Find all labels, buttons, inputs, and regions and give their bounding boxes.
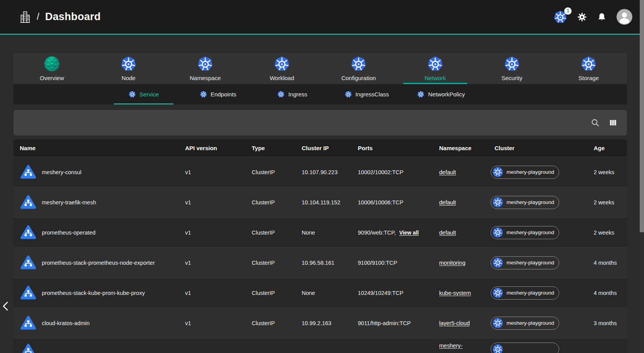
tab-configuration[interactable]: Configuration — [320, 53, 397, 84]
column-header-api-version[interactable]: API version — [185, 145, 252, 151]
kubernetes-icon — [197, 56, 213, 72]
kubernetes-icon — [427, 56, 443, 72]
namespace-link[interactable]: layer5-cloud — [439, 320, 470, 326]
namespace-cell: meshery- — [439, 343, 491, 349]
cluster-ip-cell: 10.107.90.223 — [302, 169, 358, 175]
column-header-cluster[interactable]: Cluster — [491, 145, 594, 151]
service-icon — [20, 343, 37, 353]
table-row[interactable]: meshery-consul v1 ClusterIP 10.107.90.22… — [14, 157, 627, 187]
service-name: meshery-consul — [42, 169, 81, 175]
organization-icon[interactable] — [19, 10, 31, 24]
column-header-cluster-ip[interactable]: Cluster IP — [302, 145, 358, 151]
subtab-service[interactable]: Service — [106, 84, 181, 105]
kubernetes-icon — [345, 91, 352, 98]
ports-value: 9100/9100:TCP — [358, 260, 397, 266]
cluster-chip[interactable]: meshery-playground — [491, 166, 559, 179]
tab-label: Overview — [40, 75, 64, 81]
scrollbar-thumb[interactable] — [640, 0, 644, 232]
column-header-type[interactable]: Type — [252, 145, 302, 151]
ports-cell: 9100/9100:TCP — [358, 260, 439, 266]
cluster-chip[interactable]: meshery-playground — [491, 256, 559, 269]
ports-cell: 10002/10002:TCP — [358, 169, 439, 175]
table-row[interactable]: prometheus-stack-prometheus-node-exporte… — [14, 248, 627, 278]
tab-network[interactable]: Network — [397, 53, 474, 84]
age-cell: 2 weeks — [594, 230, 627, 236]
tab-node[interactable]: Node — [90, 53, 167, 84]
service-name: cloud-kratos-admin — [42, 320, 89, 326]
namespace-cell: layer5-cloud — [439, 320, 491, 326]
scrollbar[interactable] — [640, 0, 644, 353]
cluster-chip-label: meshery-playground — [507, 260, 554, 266]
cluster-chip[interactable]: meshery-playground — [491, 286, 559, 300]
kubernetes-icon — [120, 56, 137, 72]
subtab-networkpolicy[interactable]: NetworkPolicy — [404, 84, 478, 105]
search-button[interactable] — [591, 118, 600, 127]
namespace-link[interactable]: default — [439, 199, 456, 206]
namespace-link[interactable]: monitoring — [439, 260, 465, 266]
type-cell: ClusterIP — [252, 260, 302, 266]
service-name: prometheus-stack-kube-prom-kube-proxy — [42, 290, 145, 296]
service-icon — [20, 224, 37, 241]
kubernetes-icon — [274, 56, 290, 72]
cluster-chip[interactable]: meshery-playground — [491, 196, 559, 209]
settings-button[interactable] — [577, 12, 587, 22]
cluster-cell: meshery-playground — [491, 286, 594, 300]
cluster-ip-cell: None — [302, 230, 358, 236]
collapse-drawer-button[interactable] — [0, 300, 10, 313]
column-header-age[interactable]: Age — [594, 145, 627, 151]
view-all-link[interactable]: View all — [399, 230, 419, 236]
cluster-chip[interactable] — [491, 343, 559, 353]
tab-label: Configuration — [341, 75, 376, 81]
user-avatar-button[interactable] — [617, 9, 632, 25]
service-icon — [20, 254, 37, 271]
namespace-link[interactable]: kube-system — [439, 290, 471, 296]
tab-overview[interactable]: Overview — [14, 53, 90, 84]
name-cell: prometheus-stack-kube-prom-kube-proxy — [14, 284, 185, 302]
subtab-label: NetworkPolicy — [428, 91, 465, 98]
cluster-cell: meshery-playground — [491, 317, 594, 330]
search-icon — [591, 118, 600, 127]
kubernetes-icon — [493, 167, 503, 177]
kubernetes-context-button[interactable]: 1 — [553, 10, 567, 24]
table-row[interactable]: cloud-kratos-admin v1 ClusterIP 10.99.2.… — [14, 308, 627, 338]
kubernetes-icon — [200, 91, 207, 98]
tab-security[interactable]: Security — [474, 53, 550, 84]
subtab-endpoints[interactable]: Endpoints — [181, 84, 255, 105]
tab-namespace[interactable]: Namespace — [167, 53, 244, 84]
api-version-cell: v1 — [185, 320, 252, 326]
service-icon — [20, 284, 37, 302]
cluster-chip[interactable]: meshery-playground — [491, 317, 559, 330]
subtab-ingress[interactable]: Ingress — [255, 84, 330, 105]
subtab-label: Endpoints — [211, 91, 237, 98]
ports-value: 10249/10249:TCP — [358, 290, 404, 296]
table-row[interactable]: meshery- — [14, 338, 627, 353]
name-cell: cloud-kratos-admin — [14, 315, 185, 332]
notifications-button[interactable] — [597, 12, 607, 22]
column-header-ports[interactable]: Ports — [358, 145, 439, 151]
table-row[interactable]: prometheus-stack-kube-prom-kube-proxy v1… — [14, 278, 627, 308]
kubernetes-icon — [493, 197, 503, 207]
ports-value: 9090/web:TCP, — [358, 230, 396, 236]
namespace-link[interactable]: default — [439, 169, 456, 175]
namespace-link[interactable]: meshery- — [439, 343, 462, 349]
cluster-chip[interactable]: meshery-playground — [491, 226, 559, 239]
column-header-name[interactable]: Name — [14, 145, 185, 151]
kubernetes-icon — [493, 288, 503, 298]
bell-icon — [597, 12, 607, 22]
namespace-link[interactable]: default — [439, 230, 456, 236]
namespace-cell: kube-system — [439, 290, 491, 296]
type-cell: ClusterIP — [252, 199, 302, 206]
tab-workload[interactable]: Workload — [244, 53, 320, 84]
name-cell: prometheus-operated — [14, 224, 185, 241]
subtab-ingressclass[interactable]: IngressClass — [330, 84, 404, 105]
cluster-ip-cell: 10.104.119.152 — [302, 199, 358, 206]
table-header-row: Name API version Type Cluster IP Ports N… — [14, 139, 627, 157]
table-row[interactable]: meshery-traefik-mesh v1 ClusterIP 10.104… — [14, 187, 627, 218]
column-header-namespace[interactable]: Namespace — [439, 145, 491, 151]
app-header: / Dashboard 1 — [0, 0, 644, 35]
cluster-chip-label: meshery-playground — [507, 169, 554, 175]
tab-storage[interactable]: Storage — [550, 53, 627, 84]
table-row[interactable]: prometheus-operated v1 ClusterIP None 90… — [14, 218, 627, 248]
view-columns-button[interactable] — [608, 118, 618, 127]
network-subtabs: Service Endpoints Ingress IngressClass N… — [14, 84, 627, 105]
